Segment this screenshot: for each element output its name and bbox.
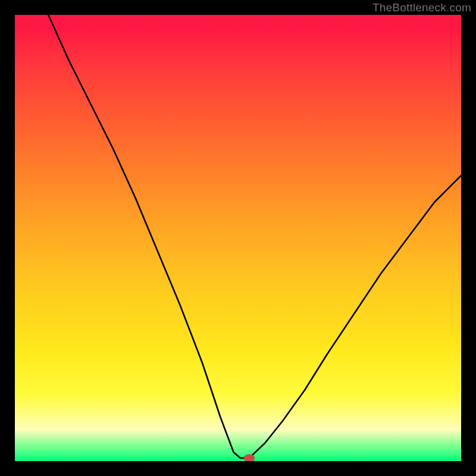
plot-area [15,15,461,461]
bottleneck-curve [48,15,461,458]
minimum-marker [244,454,255,461]
watermark-text: TheBottleneck.com [372,1,471,14]
curve-svg [15,15,461,461]
chart-frame: TheBottleneck.com [0,0,476,476]
